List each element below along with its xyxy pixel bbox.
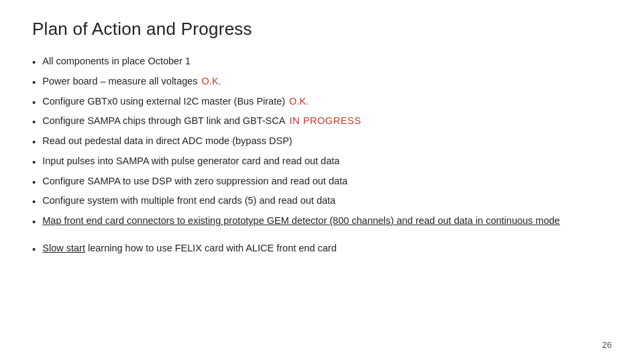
list-item-b8: •Configure system with multiple front en… — [32, 194, 612, 209]
bullet-text-b1: All components in place October 1 — [42, 54, 612, 68]
bullet-dot-b4: • — [32, 115, 36, 129]
underline-text-b9: Map front end card connectors to existin… — [42, 215, 559, 226]
bullet-dot-b9: • — [32, 215, 36, 229]
extra-bullet-text: Slow start learning how to use FELIX car… — [42, 241, 612, 255]
bullet-text-b8: Configure system with multiple front end… — [42, 194, 612, 208]
page-title: Plan of Action and Progress — [32, 19, 612, 40]
list-item-b2: •Power board – measure all voltagesO.K. — [32, 74, 612, 90]
bullet-dot-b1: • — [32, 55, 36, 70]
slow-start-label: Slow start — [42, 243, 85, 253]
bullet-text-b3: Configure GBTx0 using external I2C maste… — [42, 95, 612, 109]
list-item-b1: •All components in place October 1 — [32, 54, 612, 70]
list-item-b6: •Input pulses into SAMPA with pulse gene… — [32, 154, 612, 170]
page-number: 26 — [602, 340, 612, 350]
extra-bullet-rest: learning how to use FELIX card with ALIC… — [85, 243, 337, 253]
bullet-dot-b2: • — [32, 75, 36, 90]
bullet-dot-b7: • — [32, 175, 36, 190]
list-item-extra: • Slow start learning how to use FELIX c… — [32, 241, 612, 257]
bullet-text-b5: Read out pedestal data in direct ADC mod… — [42, 134, 612, 148]
bullet-dot-extra: • — [32, 242, 36, 257]
bullet-dot-b8: • — [32, 194, 36, 209]
suffix-b4: IN PROGRESS — [289, 115, 361, 126]
bullet-text-b6: Input pulses into SAMPA with pulse gener… — [42, 154, 612, 168]
list-item-b3: •Configure GBTx0 using external I2C mast… — [32, 95, 612, 110]
list-item-b9: •Map front end card connectors to existi… — [32, 214, 612, 229]
bullet-text-b2: Power board – measure all voltagesO.K. — [42, 74, 612, 88]
bullet-dot-b3: • — [32, 95, 36, 110]
bullet-dot-b6: • — [32, 155, 36, 170]
suffix-b3: O.K. — [289, 96, 309, 107]
list-item-b5: •Read out pedestal data in direct ADC mo… — [32, 134, 612, 149]
bullet-text-b9: Map front end card connectors to existin… — [42, 214, 612, 228]
suffix-b2: O.K. — [202, 76, 221, 86]
list-item-b7: •Configure SAMPA to use DSP with zero su… — [32, 174, 612, 190]
page: Plan of Action and Progress •All compone… — [0, 0, 644, 362]
main-bullet-list: •All components in place October 1•Power… — [32, 54, 612, 229]
bullet-text-b4: Configure SAMPA chips through GBT link a… — [42, 114, 612, 128]
bullet-text-b7: Configure SAMPA to use DSP with zero sup… — [42, 174, 612, 188]
bullet-dot-b5: • — [32, 135, 36, 149]
list-item-b4: •Configure SAMPA chips through GBT link … — [32, 114, 612, 129]
extra-bullet-list: • Slow start learning how to use FELIX c… — [32, 241, 612, 257]
